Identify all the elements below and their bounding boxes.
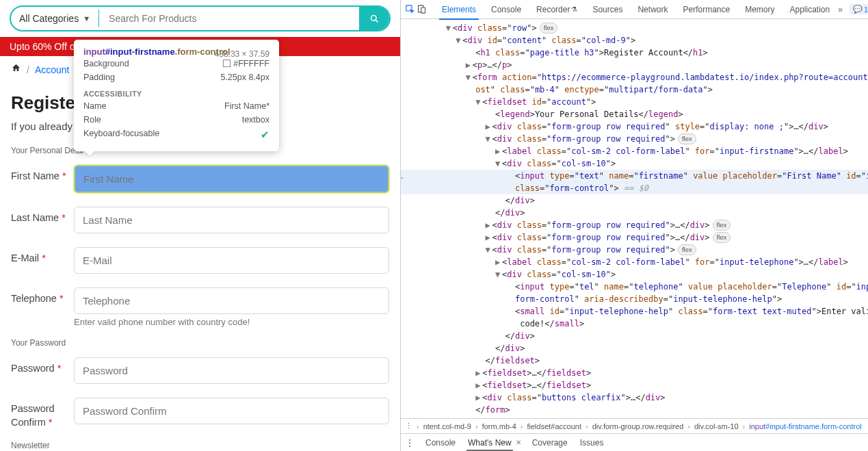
crumb-prev-icon[interactable]: ‹	[417, 422, 419, 430]
page-viewport[interactable]: All Categories ▼ Upto 60% Off on ... ...…	[0, 0, 400, 451]
category-select[interactable]: All Categories ▼	[11, 7, 98, 30]
input-firstname[interactable]	[74, 165, 389, 193]
dom-line[interactable]: code!</small>	[401, 318, 868, 330]
dom-line[interactable]: ▶<fieldset>…</fieldset>	[401, 379, 868, 391]
drawer-coverage[interactable]: Coverage	[531, 438, 569, 448]
dom-line[interactable]: </fieldset>	[401, 355, 868, 367]
dom-line[interactable]: <small id="input-telephone-help" class="…	[401, 305, 868, 318]
dom-breadcrumb: ⋮ ‹ ntent.col-md-9 › form.mb-4 › fieldse…	[401, 418, 868, 433]
crumb-1[interactable]: ntent.col-md-9	[423, 422, 471, 430]
drawer-console[interactable]: Console	[424, 438, 457, 448]
dom-line[interactable]: ▶<div class="buttons clearfix">…</div>	[401, 391, 868, 404]
input-email[interactable]	[74, 247, 389, 274]
dom-line[interactable]: <h1 class="page-title h3">Register Accou…	[401, 47, 868, 59]
dom-line[interactable]: ▼<div class="form-group row required">fl…	[401, 133, 868, 145]
crumb-5[interactable]: div.col-sm-10	[694, 422, 739, 430]
home-icon[interactable]	[11, 63, 21, 76]
dom-line[interactable]: ▶<div class="form-group row required" st…	[401, 120, 868, 133]
device-icon[interactable]	[417, 2, 427, 17]
issues-badge[interactable]: 💬 1	[850, 4, 868, 14]
tooltip-bg: Background #FFFFFF	[83, 57, 269, 70]
input-password[interactable]	[74, 357, 389, 384]
svg-point-0	[371, 15, 376, 21]
dom-line[interactable]: ▼<div class="row">flex	[401, 22, 868, 34]
dom-line[interactable]: ▶<label class="col-sm-2 col-form-label" …	[401, 145, 868, 157]
label-password: Password *	[11, 357, 68, 375]
input-telephone[interactable]	[74, 287, 389, 314]
dom-line[interactable]: ▼<form action="https://ecommerce-playgro…	[401, 71, 868, 83]
search-wrap: All Categories ▼	[10, 5, 391, 31]
dom-line[interactable]: </div>	[401, 342, 868, 355]
search-icon	[369, 14, 380, 24]
fg-telephone: Telephone * Enter valid phone number wit…	[0, 281, 400, 334]
crumb-account[interactable]: Account	[35, 64, 70, 75]
dom-line[interactable]: form-control" aria-describedby="input-te…	[401, 293, 868, 305]
category-label: All Categories	[19, 13, 79, 24]
search-input[interactable]	[99, 7, 359, 30]
tab-recorder[interactable]: Recorder ⚗	[529, 0, 584, 19]
dom-line[interactable]: ▼<div id="content" class="col-md-9">	[401, 34, 868, 47]
tab-memory[interactable]: Memory	[738, 0, 781, 19]
dom-line[interactable]: <legend>Your Personal Details</legend>	[401, 108, 868, 120]
dom-line[interactable]: <input type="tel" name="telephone" value…	[401, 281, 868, 293]
tab-elements[interactable]: Elements	[435, 0, 483, 19]
beaker-icon: ⚗	[571, 5, 577, 13]
dom-line[interactable]: ost" class="mb-4" enctype="multipart/for…	[401, 83, 868, 96]
fg-email: E-Mail *	[0, 240, 400, 281]
dom-line[interactable]: ▼<div class="col-sm-10">	[401, 157, 868, 170]
input-password-confirm[interactable]	[74, 398, 389, 424]
crumb-sep: /	[27, 64, 29, 75]
drawer-tabs: ⋮ Console What's New✕ Coverage Issues	[401, 433, 868, 451]
fg-password: Password *	[0, 350, 400, 391]
crumb-2[interactable]: form.mb-4	[482, 422, 516, 430]
tab-sources[interactable]: Sources	[586, 0, 629, 19]
drawer-whatsnew[interactable]: What's New	[466, 438, 513, 448]
tooltip-role: Roletextbox	[83, 113, 269, 127]
tab-performance[interactable]: Performance	[676, 0, 737, 19]
dom-line[interactable]: ▼<fieldset id="account">	[401, 96, 868, 108]
close-icon[interactable]: ✕	[516, 439, 521, 446]
dom-line[interactable]: ▶<fieldset>…</fieldset>	[401, 367, 868, 379]
label-email: E-Mail *	[11, 247, 68, 265]
inspect-icon[interactable]	[405, 2, 415, 17]
crumb-3[interactable]: fieldset#account	[527, 422, 581, 430]
devtools-panel: Elements Console Recorder ⚗ Sources Netw…	[400, 0, 868, 451]
label-password-confirm: Password Confirm *	[11, 398, 68, 430]
help-telephone: Enter valid phone number with country co…	[74, 314, 389, 327]
legend-password: Your Password	[0, 334, 400, 350]
crumb-menu-icon[interactable]: ⋮	[405, 422, 412, 430]
tab-console[interactable]: Console	[484, 0, 528, 19]
search-button[interactable]	[359, 7, 389, 30]
tooltip-padding: Padding5.25px 8.4px	[83, 70, 269, 84]
svg-rect-4	[421, 8, 425, 13]
fg-password-confirm: Password Confirm *	[0, 391, 400, 437]
input-lastname[interactable]	[74, 207, 389, 233]
dom-line[interactable]: </div>	[401, 207, 868, 219]
dom-tree[interactable]: ▼<div class="row">flex ▼<div id="content…	[401, 19, 868, 418]
drawer-issues[interactable]: Issues	[579, 438, 605, 448]
dom-line[interactable]: ▶<div class="form-group row required">…<…	[401, 231, 868, 244]
dom-line[interactable]: <input type="text" name="firstname" valu…	[401, 170, 868, 182]
dom-line[interactable]: ▶<p>…</p>	[401, 59, 868, 71]
checkmark-icon: ✔	[261, 129, 269, 141]
more-tabs-icon[interactable]: »	[838, 5, 843, 14]
crumb-6[interactable]: input#input-firstname.form-control	[749, 422, 861, 430]
dom-line[interactable]: ▼<div class="col-sm-10">	[401, 268, 868, 281]
dom-line[interactable]: </div>	[401, 194, 868, 207]
tab-application[interactable]: Application	[783, 0, 837, 19]
fg-lastname: Last Name *	[0, 200, 400, 240]
dom-line[interactable]: </div>	[401, 330, 868, 342]
dom-line[interactable]: ▼<div class="form-group row required">fl…	[401, 244, 868, 256]
tooltip-dimensions: 438.33 × 37.59	[215, 49, 269, 59]
dom-line[interactable]: </form>	[401, 404, 868, 416]
fg-firstname: First Name *	[0, 158, 400, 200]
label-lastname: Last Name *	[11, 207, 68, 224]
tab-network[interactable]: Network	[631, 0, 674, 19]
dom-line[interactable]: ▶<label class="col-sm-2 col-form-label" …	[401, 256, 868, 268]
drawer-menu-icon[interactable]: ⋮	[405, 437, 415, 448]
crumb-4[interactable]: div.form-group.row.required	[592, 422, 684, 430]
chevron-down-icon: ▼	[83, 14, 90, 23]
dom-line[interactable]: ▶<div class="form-group row required">…<…	[401, 219, 868, 231]
dom-line[interactable]: class="form-control"> == $0	[401, 182, 868, 194]
label-telephone: Telephone *	[11, 287, 68, 305]
